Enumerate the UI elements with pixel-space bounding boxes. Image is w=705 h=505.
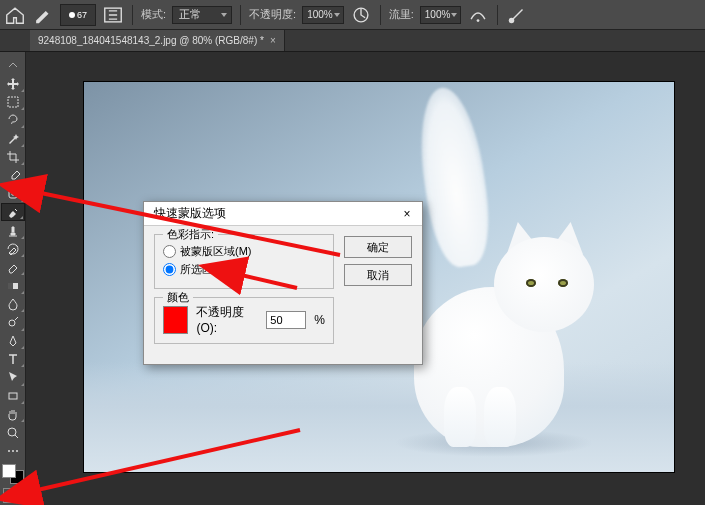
- blend-mode-select[interactable]: 正常: [172, 6, 232, 24]
- radio-input[interactable]: [163, 245, 176, 258]
- close-icon[interactable]: ×: [398, 205, 416, 223]
- cancel-button[interactable]: 取消: [344, 264, 412, 286]
- svg-rect-9: [9, 393, 17, 399]
- color-swatches[interactable]: [2, 464, 24, 484]
- blur-tool[interactable]: [1, 295, 25, 313]
- gradient-tool[interactable]: [1, 276, 25, 294]
- flow-label: 流里:: [389, 7, 414, 22]
- dialog-title: 快速蒙版选项: [154, 205, 226, 222]
- close-icon[interactable]: ×: [270, 35, 276, 46]
- home-icon[interactable]: [4, 4, 26, 26]
- svg-point-11: [8, 450, 10, 452]
- document-tab-bar: 9248108_184041548143_2.jpg @ 80% (RGB/8#…: [0, 30, 705, 52]
- eraser-tool[interactable]: [1, 258, 25, 276]
- group-legend: 颜色: [163, 290, 193, 305]
- eyedropper-tool[interactable]: [1, 166, 25, 184]
- dialog-titlebar[interactable]: 快速蒙版选项 ×: [144, 202, 422, 226]
- brush-size-value: 67: [77, 10, 87, 20]
- color-indicates-group: 色彩指示: 被蒙版区域(M) 所选区域(S): [154, 234, 334, 289]
- svg-rect-7: [8, 283, 13, 289]
- radio-selected-areas[interactable]: 所选区域(S): [163, 262, 325, 277]
- blend-mode-label: 模式:: [141, 7, 166, 22]
- svg-point-12: [12, 450, 14, 452]
- hand-tool[interactable]: [1, 405, 25, 423]
- move-tool[interactable]: [1, 74, 25, 92]
- path-selection-tool[interactable]: [1, 368, 25, 386]
- ok-button[interactable]: 确定: [344, 236, 412, 258]
- quick-mask-options-dialog: 快速蒙版选项 × 色彩指示: 被蒙版区域(M) 所选区域(S) 颜色 不透明度(: [143, 201, 423, 365]
- foreground-color-swatch[interactable]: [2, 464, 16, 478]
- tool-strip: [0, 52, 26, 505]
- percent-label: %: [314, 313, 325, 327]
- opacity-label: 不透明度(O):: [196, 304, 258, 335]
- airbrush-icon[interactable]: [467, 4, 489, 26]
- svg-point-2: [477, 19, 480, 22]
- lasso-tool[interactable]: [1, 111, 25, 129]
- svg-point-13: [16, 450, 18, 452]
- options-bar: 67 模式: 正常 不透明度: 100% 流里: 100%: [0, 0, 705, 30]
- crop-tool[interactable]: [1, 148, 25, 166]
- svg-point-8: [9, 320, 15, 326]
- svg-point-3: [509, 17, 515, 23]
- opacity-field[interactable]: 100%: [302, 6, 344, 24]
- type-tool[interactable]: [1, 350, 25, 368]
- stamp-tool[interactable]: [1, 221, 25, 239]
- flow-field[interactable]: 100%: [420, 6, 462, 24]
- more-tools-icon[interactable]: [1, 442, 25, 460]
- zoom-tool[interactable]: [1, 423, 25, 441]
- quick-mask-toggle[interactable]: [3, 488, 23, 503]
- healing-brush-tool[interactable]: [1, 185, 25, 203]
- expand-handle-icon[interactable]: [1, 56, 25, 74]
- pen-tool[interactable]: [1, 332, 25, 350]
- brush-tool[interactable]: [1, 203, 25, 222]
- tool-preset-icon[interactable]: [32, 4, 54, 26]
- color-group: 颜色 不透明度(O): %: [154, 297, 334, 344]
- document-tab[interactable]: 9248108_184041548143_2.jpg @ 80% (RGB/8#…: [30, 30, 285, 51]
- magic-wand-tool[interactable]: [1, 129, 25, 147]
- rectangle-tool[interactable]: [1, 387, 25, 405]
- pressure-size-icon[interactable]: [506, 4, 528, 26]
- pressure-opacity-icon[interactable]: [350, 4, 372, 26]
- group-legend: 色彩指示:: [163, 227, 218, 242]
- opacity-input[interactable]: [266, 311, 306, 329]
- svg-point-10: [8, 428, 16, 436]
- radio-input[interactable]: [163, 263, 176, 276]
- color-swatch[interactable]: [163, 306, 188, 334]
- brush-panel-icon[interactable]: [102, 4, 124, 26]
- document-tab-title: 9248108_184041548143_2.jpg @ 80% (RGB/8#…: [38, 35, 264, 46]
- history-brush-tool[interactable]: [1, 240, 25, 258]
- dodge-tool[interactable]: [1, 313, 25, 331]
- brush-preset-picker[interactable]: 67: [60, 4, 96, 26]
- opacity-label: 不透明度:: [249, 7, 296, 22]
- svg-rect-4: [8, 97, 18, 107]
- radio-masked-areas[interactable]: 被蒙版区域(M): [163, 244, 325, 259]
- marquee-tool[interactable]: [1, 93, 25, 111]
